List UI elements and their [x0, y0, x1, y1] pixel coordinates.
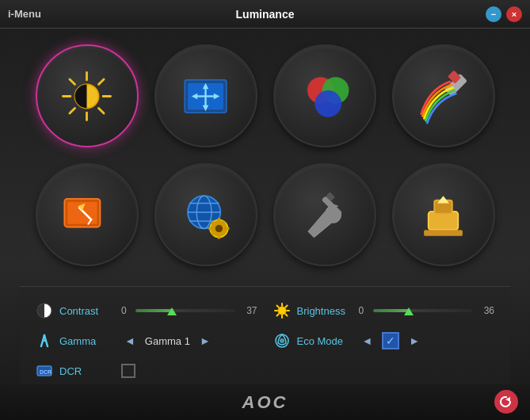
svg-line-55: [285, 314, 287, 315]
icon-exit[interactable]: [392, 163, 495, 266]
main-area: Contrast 0 37: [0, 29, 530, 399]
contrast-label: Contrast: [59, 305, 115, 317]
icon-picture-boost[interactable]: [392, 44, 495, 147]
gamma-control: Gamma ◄ Gamma 1 ►: [36, 329, 257, 353]
controls-grid: Contrast 0 37: [36, 299, 494, 383]
gamma-icon: [36, 332, 53, 349]
icon-color-setup[interactable]: [273, 44, 376, 147]
gamma-label: Gamma: [59, 335, 115, 347]
icon-osd-setup[interactable]: [36, 163, 139, 266]
svg-line-54: [276, 306, 278, 307]
svg-point-33: [215, 224, 223, 231]
icon-luminance[interactable]: [36, 44, 139, 147]
close-button[interactable]: ×: [506, 6, 522, 22]
brightness-value: 36: [479, 305, 494, 316]
svg-point-19: [315, 90, 341, 117]
title-bar: i-Menu Luminance − ×: [0, 0, 530, 29]
icon-image-setup[interactable]: [154, 44, 257, 147]
eco-prev-button[interactable]: ◄: [359, 333, 376, 349]
window-controls: − ×: [486, 6, 522, 22]
svg-line-5: [70, 78, 75, 84]
contrast-value: 37: [242, 305, 257, 316]
eco-mode-label: Eco Mode: [297, 335, 353, 347]
brightness-icon: [273, 302, 291, 319]
brightness-slider[interactable]: [373, 303, 473, 319]
contrast-slider[interactable]: [135, 303, 235, 319]
eco-mode-icon: [273, 332, 291, 349]
contrast-min: 0: [121, 305, 129, 316]
controls-section: Contrast 0 37: [20, 286, 510, 391]
app-title: i-Menu: [8, 8, 41, 20]
svg-point-59: [280, 338, 284, 343]
eco-mode-control: Eco Mode ◄ ✓ ►: [273, 329, 495, 353]
svg-rect-37: [225, 227, 230, 230]
eco-next-button[interactable]: ►: [406, 333, 423, 349]
brightness-label: Brightness: [297, 305, 353, 317]
dcr-icon: DCR: [36, 362, 53, 380]
svg-rect-35: [218, 234, 221, 239]
minimize-button[interactable]: −: [486, 6, 501, 22]
svg-rect-36: [208, 227, 213, 230]
svg-text:DCR: DCR: [40, 369, 51, 375]
svg-line-56: [285, 306, 287, 307]
contrast-icon: [36, 302, 53, 319]
contrast-control: Contrast 0 37: [36, 299, 257, 323]
footer: AOC: [0, 384, 530, 420]
svg-rect-34: [218, 218, 221, 223]
brightness-min: 0: [359, 305, 367, 316]
gamma-value: Gamma 1: [145, 335, 190, 347]
svg-line-6: [99, 108, 105, 113]
svg-line-8: [70, 108, 75, 113]
icon-extra[interactable]: [154, 163, 257, 266]
svg-point-49: [278, 307, 286, 315]
back-button[interactable]: [494, 390, 518, 414]
dcr-label: DCR: [59, 365, 115, 377]
eco-mode-checkbox[interactable]: ✓: [382, 332, 399, 349]
svg-line-57: [276, 314, 278, 315]
gamma-prev-button[interactable]: ◄: [121, 333, 139, 349]
window-title: Luminance: [236, 8, 295, 21]
icon-factory-reset[interactable]: [273, 163, 376, 266]
dcr-checkbox[interactable]: [121, 364, 135, 378]
svg-line-7: [99, 78, 105, 84]
dcr-control: DCR DCR: [36, 359, 257, 383]
brightness-control: Brightness 0 36: [273, 299, 495, 323]
svg-rect-46: [424, 230, 463, 236]
aoc-logo: AOC: [242, 392, 288, 413]
gamma-next-button[interactable]: ►: [196, 333, 214, 349]
icon-grid: [20, 40, 510, 270]
